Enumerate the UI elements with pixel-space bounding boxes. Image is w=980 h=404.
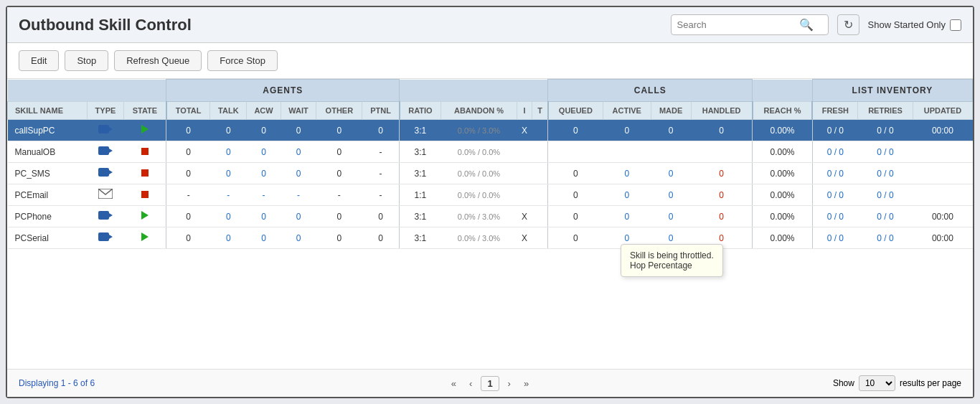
cell-active: 0 (603, 120, 651, 141)
cell-type (87, 141, 123, 163)
group-list-header: LIST INVENTORY (812, 80, 972, 102)
cell-t (532, 206, 548, 227)
cell-t (532, 120, 548, 141)
phone-outbound-icon (98, 232, 113, 242)
cell-updated: 00:00 (913, 206, 972, 227)
table-row[interactable]: PC_SMS 0 0 0 0 0 - 3:1 0.0% / 0.0% 0 0 0… (8, 163, 973, 184)
cell-retries: 0 / 0 (858, 184, 913, 206)
cell-active: 0 (603, 184, 651, 206)
cell-abandon: 0.0% / 0.0% (441, 184, 517, 206)
cell-retries: 0 / 0 (858, 227, 913, 249)
display-count: Displaying 1 - 6 of 6 (19, 378, 333, 388)
cell-fresh: 0 / 0 (812, 206, 857, 227)
table-row[interactable]: PCSerial 0 0 0 0 0 0 3:1 0.0% / 3.0% X 0… (8, 227, 973, 249)
cell-ptnl: 0 (362, 120, 400, 141)
search-input[interactable] (677, 19, 799, 30)
svg-marker-10 (109, 235, 113, 239)
cell-ratio: 3:1 (400, 163, 441, 184)
col-total: TOTAL (166, 102, 210, 120)
col-type: TYPE (87, 102, 123, 120)
cell-talk: - (210, 184, 247, 206)
svg-marker-8 (109, 213, 113, 217)
cell-other: 0 (316, 141, 362, 163)
cell-queued: 0 (548, 227, 603, 249)
cell-skill-name: PCSerial (8, 227, 88, 249)
cell-abandon: 0.0% / 0.0% (441, 141, 517, 163)
edit-button[interactable]: Edit (19, 50, 59, 71)
cell-wait: 0 (281, 206, 316, 227)
cell-fresh: 0 / 0 (812, 227, 857, 249)
table-row[interactable]: ManualOB 0 0 0 0 0 - 3:1 0.0% / 0.0% 0.0… (8, 141, 973, 163)
cell-talk: 0 (210, 206, 247, 227)
cell-reach: 0.00% (753, 206, 813, 227)
cell-other: - (316, 184, 362, 206)
cell-active: 0 (603, 163, 651, 184)
col-skill-name[interactable]: SKILL NAME (8, 102, 88, 120)
col-retries: RETRIES (858, 102, 913, 120)
refresh-queue-button[interactable]: Refresh Queue (114, 50, 202, 71)
cell-made: 0 (651, 206, 691, 227)
cell-acw: 0 (247, 206, 281, 227)
prev-page-button[interactable]: ‹ (465, 377, 476, 390)
state-stop-icon (141, 191, 149, 198)
cell-reach: 0.00% (753, 163, 813, 184)
cell-ratio: 3:1 (400, 227, 441, 249)
cell-retries: 0 / 0 (858, 141, 913, 163)
search-box[interactable]: 🔍 (671, 14, 829, 35)
state-play-icon (141, 232, 149, 241)
svg-marker-1 (109, 127, 113, 131)
svg-rect-0 (98, 125, 109, 133)
cell-fresh: 0 / 0 (812, 120, 857, 141)
svg-rect-7 (98, 211, 109, 220)
cell-reach: 0.00% (753, 184, 813, 206)
col-handled: HANDLED (691, 102, 753, 120)
force-stop-button[interactable]: Force Stop (207, 50, 278, 71)
cell-made: 0 (651, 227, 691, 249)
cell-t (532, 184, 548, 206)
cell-total: 0 (166, 206, 210, 227)
cell-i: X (517, 206, 532, 227)
first-page-button[interactable]: « (447, 377, 461, 390)
toolbar: Edit Stop Refresh Queue Force Stop (7, 43, 973, 79)
cell-talk: 0 (210, 227, 247, 249)
phone-outbound-icon (98, 124, 113, 134)
cell-i (517, 184, 532, 206)
table-row[interactable]: PCEmail - - - - - - 1:1 0.0% / 0.0% 0 0 … (8, 184, 973, 206)
cell-t (532, 163, 548, 184)
col-abandon: ABANDON % (441, 102, 517, 120)
cell-reach: 0.00% (753, 227, 813, 249)
cell-handled (691, 141, 753, 163)
cell-acw: 0 (247, 163, 281, 184)
cell-queued: 0 (548, 120, 603, 141)
cell-made (651, 141, 691, 163)
col-reach: REACH % (753, 102, 813, 120)
cell-state (123, 120, 166, 141)
cell-acw: 0 (247, 227, 281, 249)
cell-made: 0 (651, 184, 691, 206)
stop-button[interactable]: Stop (65, 50, 108, 71)
per-page-label: results per page (900, 378, 961, 388)
col-other: OTHER (316, 102, 362, 120)
show-started-only-checkbox[interactable] (950, 19, 961, 31)
email-icon (98, 189, 113, 199)
cell-skill-name: ManualOB (8, 141, 88, 163)
next-page-button[interactable]: › (504, 377, 515, 390)
table-row[interactable]: callSupPC 0 0 0 0 0 0 3:1 0.0% / 3.0% X … (8, 120, 973, 141)
cell-talk: 0 (210, 120, 247, 141)
last-page-button[interactable]: » (519, 377, 533, 390)
cell-t (532, 227, 548, 249)
cell-type (87, 163, 123, 184)
header-refresh-button[interactable]: ↻ (837, 14, 859, 35)
col-wait: WAIT (281, 102, 316, 120)
cell-ptnl: - (362, 141, 400, 163)
cell-total: 0 (166, 163, 210, 184)
svg-rect-9 (98, 232, 109, 241)
cell-total: 0 (166, 227, 210, 249)
cell-active: 0 (603, 206, 651, 227)
col-queued: QUEUED (548, 102, 603, 120)
table-row[interactable]: PCPhone 0 0 0 0 0 0 3:1 0.0% / 3.0% X 0 … (8, 206, 973, 227)
current-page[interactable]: 1 (481, 376, 499, 391)
col-ptnl: PTNL (362, 102, 400, 120)
cell-handled: 0 (691, 163, 753, 184)
per-page-select[interactable]: 102550100 (859, 375, 895, 391)
